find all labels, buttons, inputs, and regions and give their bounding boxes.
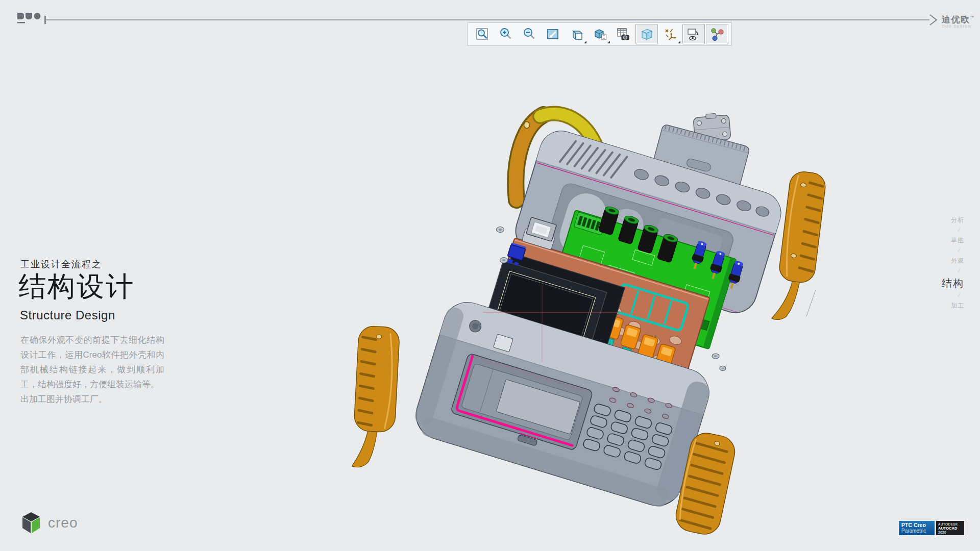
dropdown-caret-icon[interactable] <box>607 41 610 43</box>
display-style-icon[interactable] <box>565 24 587 44</box>
creo-logo-text: creo· <box>48 515 80 531</box>
appearance-gallery-icon[interactable] <box>706 24 728 44</box>
title-kicker: 工业设计全流程之 <box>20 258 102 270</box>
cad-viewport[interactable] <box>337 77 878 536</box>
step-separator: / <box>958 248 960 253</box>
side-grip-right[interactable] <box>772 170 827 323</box>
zoom-to-fit-icon[interactable] <box>471 24 494 44</box>
shaded-display-icon[interactable] <box>635 24 658 44</box>
page-title: 结构设计 <box>18 269 135 304</box>
autodesk-autocad-badge: AUTODESK AUTOCAD 2020 <box>936 521 964 535</box>
company-logo: 迪优欧™ <box>942 14 975 26</box>
step-structure[interactable]: 结构 <box>942 278 964 289</box>
leader-line <box>806 290 816 316</box>
creo-logo: creo· <box>20 511 80 535</box>
timeline-arrow-icon <box>928 13 939 29</box>
description-text: 在确保外观不变的前提下去细化结构设计工作，运用Creo软件把外壳和内部机械结构链… <box>20 333 164 407</box>
view-toolbar <box>468 22 732 46</box>
saved-orientations-icon[interactable] <box>589 24 611 44</box>
repaint-icon[interactable] <box>542 24 564 44</box>
company-logo-subtext: DUO DESIGN <box>942 24 971 28</box>
step-separator: / <box>958 293 960 298</box>
slide-structure-design: 迪优欧™ DUO DESIGN <box>0 0 980 551</box>
zoom-out-icon[interactable] <box>518 24 541 44</box>
software-badges: PTC Creo Parametric AUTODESK AUTOCAD 202… <box>899 521 964 535</box>
creo-cube-icon <box>20 511 42 535</box>
description-paragraph-1: 在确保外观不变的前提下去细化结构设计工作，运用Creo软件把外壳和内部机械结构链… <box>20 333 164 392</box>
step-appearance[interactable]: 外观 <box>951 257 964 264</box>
duo-logo-icon <box>17 13 41 27</box>
step-separator: / <box>958 228 960 233</box>
step-sketch[interactable]: 草图 <box>951 237 964 244</box>
description-paragraph-2: 出加工图并协调工厂。 <box>20 392 164 407</box>
zoom-in-icon[interactable] <box>495 24 517 44</box>
side-grip-left[interactable] <box>352 325 400 469</box>
dropdown-caret-icon[interactable] <box>678 41 680 43</box>
annotation-display-icon[interactable] <box>682 24 705 44</box>
process-step-nav: 分析 / 草图 / 外观 / 结构 / 加工 <box>942 216 964 309</box>
step-separator: / <box>958 268 960 273</box>
datum-display-filters-icon[interactable] <box>659 24 681 44</box>
ptc-creo-badge: PTC Creo Parametric <box>899 521 935 535</box>
view-manager-icon[interactable] <box>612 24 634 44</box>
step-analysis[interactable]: 分析 <box>951 216 964 223</box>
step-manufacture[interactable]: 加工 <box>951 302 964 309</box>
page-subtitle: Structure Design <box>20 308 115 322</box>
dropdown-caret-icon[interactable] <box>584 41 586 43</box>
timeline-line <box>45 19 929 20</box>
